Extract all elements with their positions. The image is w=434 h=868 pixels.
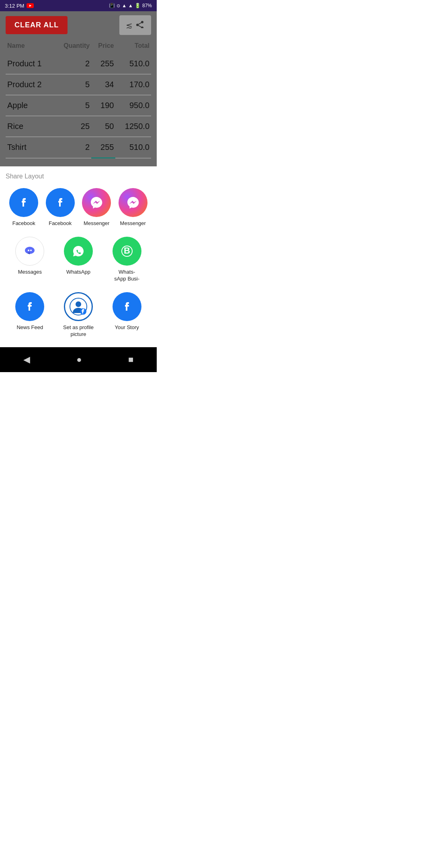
share-item-profilepic[interactable]: Set as profile picture bbox=[54, 292, 103, 338]
cell-name[interactable]: Product 2 bbox=[6, 74, 54, 95]
cell-quantity[interactable]: 25 bbox=[54, 116, 91, 137]
back-button[interactable]: ◀ bbox=[15, 353, 38, 366]
share-grid-row1: Facebook Facebook Messenger bbox=[6, 188, 151, 237]
messages-svg bbox=[21, 242, 39, 260]
share-label-whatsapp: WhatsApp bbox=[66, 269, 90, 276]
table-header-row: Name Quantity Price Total bbox=[6, 40, 151, 53]
share-label-yourstory: Your Story bbox=[115, 324, 139, 331]
cell-total: 1250.0 bbox=[115, 116, 151, 137]
whatsapp-biz-icon: B bbox=[113, 237, 141, 266]
share-label-facebook2: Facebook bbox=[49, 220, 72, 227]
cell-name[interactable]: Apple bbox=[6, 95, 54, 116]
cell-price[interactable]: 255 bbox=[91, 137, 115, 158]
share-item-messenger2[interactable]: Messenger bbox=[115, 188, 151, 227]
share-item-facebook1[interactable]: Facebook bbox=[6, 188, 42, 227]
battery-percent: 87% bbox=[142, 3, 152, 8]
messenger-icon2 bbox=[119, 188, 147, 217]
share-button[interactable]: ≲ bbox=[119, 15, 151, 35]
svg-point-11 bbox=[28, 250, 29, 251]
newsfeed-svg bbox=[21, 298, 39, 315]
vibrate-icon: 📳 bbox=[109, 3, 115, 8]
messenger-svg1 bbox=[89, 195, 104, 210]
svg-line-4 bbox=[137, 25, 142, 28]
share-svg-icon bbox=[135, 20, 145, 28]
whatsapp-svg bbox=[70, 243, 87, 260]
cell-price[interactable]: 255 bbox=[91, 53, 115, 74]
cell-quantity[interactable]: 5 bbox=[54, 74, 91, 95]
share-label-profilepic: Set as profile picture bbox=[62, 324, 94, 338]
share-item-messenger1[interactable]: Messenger bbox=[78, 188, 115, 227]
profilepic-icon bbox=[64, 292, 93, 321]
home-button[interactable]: ● bbox=[68, 353, 90, 366]
share-label-messenger2: Messenger bbox=[120, 220, 146, 227]
messenger-icon1 bbox=[82, 188, 111, 217]
product-table: Name Quantity Price Total Product 1 2 25… bbox=[6, 40, 151, 158]
app-area: CLEAR ALL ≲ Name Quantity Price Total bbox=[0, 11, 157, 166]
yourstory-svg bbox=[118, 298, 136, 315]
cell-total: 510.0 bbox=[115, 53, 151, 74]
col-header-quantity: Quantity bbox=[54, 40, 91, 53]
cell-price[interactable]: 34 bbox=[91, 74, 115, 95]
bottom-nav: ◀ ● ■ bbox=[0, 347, 157, 372]
cell-total: 510.0 bbox=[115, 137, 151, 158]
svg-line-3 bbox=[137, 22, 142, 25]
share-layout-section: Share Layout Facebook Facebook bbox=[0, 166, 157, 347]
cell-name[interactable]: Product 1 bbox=[6, 53, 54, 74]
share-label-newsfeed: News Feed bbox=[16, 324, 43, 331]
table-row: Apple 5 190 950.0 bbox=[6, 95, 151, 116]
share-grid-row2: Messages WhatsApp B Whats-sApp Busi- bbox=[6, 237, 151, 292]
svg-text:B: B bbox=[124, 246, 130, 256]
cell-total: 170.0 bbox=[115, 74, 151, 95]
newsfeed-icon bbox=[15, 292, 44, 321]
cell-price[interactable]: 190 bbox=[91, 95, 115, 116]
share-label-messages: Messages bbox=[18, 269, 42, 276]
status-right: 📳 ⊙ ▲ ▲ 🔋 87% bbox=[109, 3, 152, 8]
cell-name[interactable]: Tshirt bbox=[6, 137, 54, 158]
share-item-messages[interactable]: Messages bbox=[6, 237, 54, 283]
cell-quantity[interactable]: 2 bbox=[54, 137, 91, 158]
status-left: 3:12 PM bbox=[5, 3, 34, 9]
cell-quantity[interactable]: 5 bbox=[54, 95, 91, 116]
wifi-icon: ⊙ bbox=[117, 3, 120, 8]
col-header-total: Total bbox=[115, 40, 151, 53]
time-display: 3:12 PM bbox=[5, 3, 24, 9]
profilepic-svg bbox=[70, 298, 87, 315]
fb-svg2 bbox=[53, 195, 68, 210]
signal-icon: ▲ bbox=[122, 3, 127, 8]
share-label-messenger1: Messenger bbox=[84, 220, 109, 227]
share-item-whatsapp-biz[interactable]: B Whats-sApp Busi- bbox=[102, 237, 151, 283]
status-bar: 3:12 PM 📳 ⊙ ▲ ▲ 🔋 87% bbox=[0, 0, 157, 11]
share-item-whatsapp[interactable]: WhatsApp bbox=[54, 237, 103, 283]
share-item-newsfeed[interactable]: News Feed bbox=[6, 292, 54, 338]
share-item-yourstory[interactable]: Your Story bbox=[102, 292, 151, 338]
col-header-price: Price bbox=[91, 40, 115, 53]
youtube-icon bbox=[27, 3, 34, 8]
whatsapp-biz-svg: B bbox=[119, 243, 135, 260]
table-row: Product 2 5 34 170.0 bbox=[6, 74, 151, 95]
col-header-name: Name bbox=[6, 40, 54, 53]
messages-icon bbox=[15, 237, 44, 266]
facebook-icon1 bbox=[9, 188, 38, 217]
share-layout-title: Share Layout bbox=[6, 173, 151, 180]
table-row: Rice 25 50 1250.0 bbox=[6, 116, 151, 137]
table-row: Product 1 2 255 510.0 bbox=[6, 53, 151, 74]
recent-button[interactable]: ■ bbox=[120, 353, 141, 366]
fb-svg bbox=[16, 195, 31, 210]
clear-all-button[interactable]: CLEAR ALL bbox=[6, 16, 68, 34]
cell-name[interactable]: Rice bbox=[6, 116, 54, 137]
share-item-facebook2[interactable]: Facebook bbox=[42, 188, 79, 227]
svg-point-12 bbox=[30, 250, 32, 251]
cell-quantity[interactable]: 2 bbox=[54, 53, 91, 74]
cell-total: 950.0 bbox=[115, 95, 151, 116]
cell-price[interactable]: 50 bbox=[91, 116, 115, 137]
share-label-whatsapp-biz: Whats-sApp Busi- bbox=[114, 269, 139, 283]
whatsapp-icon bbox=[64, 237, 93, 266]
facebook-icon2 bbox=[46, 188, 75, 217]
share-grid-row3: News Feed Set as profile picture bbox=[6, 292, 151, 348]
messenger-svg2 bbox=[125, 195, 141, 210]
signal-icon2: ▲ bbox=[128, 3, 133, 8]
share-icon: ≲ bbox=[126, 21, 145, 30]
battery-icon: 🔋 bbox=[135, 3, 141, 8]
svg-point-19 bbox=[76, 301, 81, 307]
share-label-facebook1: Facebook bbox=[12, 220, 35, 227]
